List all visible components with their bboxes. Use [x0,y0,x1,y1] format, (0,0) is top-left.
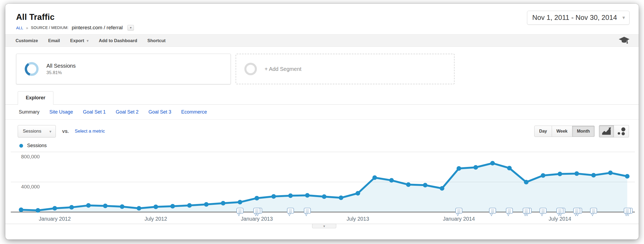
data-point[interactable] [120,204,125,209]
data-point[interactable] [187,203,192,208]
subnav-goal-set-2[interactable]: Goal Set 2 [116,109,138,115]
subnav-summary[interactable]: Summary [19,109,39,115]
data-point[interactable] [153,205,158,209]
chevron-down-icon: ▾ [87,39,89,43]
x-tick-label: January 2013 [241,216,273,222]
subnav-goal-set-1[interactable]: Goal Set 1 [83,109,106,115]
granularity-week-button[interactable]: Week [552,126,573,137]
report-tabs-row: Explorer [5,91,639,105]
metric-selector[interactable]: Sessions ▾ [18,125,56,137]
line-chart-view-button[interactable] [599,125,614,137]
data-point[interactable] [137,206,141,211]
email-button[interactable]: Email [43,38,65,43]
data-point[interactable] [524,180,528,184]
data-point[interactable] [254,196,259,201]
annotation-marker-tail [591,213,594,216]
annotation-marker-tail [257,213,259,216]
data-point[interactable] [322,194,326,199]
data-point[interactable] [558,172,562,176]
subnav-site-usage[interactable]: Site Usage [49,109,73,115]
chevron-down-icon: ▾ [49,129,52,133]
annotation-marker-tail [541,213,543,216]
shortcut-button[interactable]: Shortcut [142,38,171,43]
data-point[interactable] [204,202,208,207]
data-point[interactable] [36,208,40,213]
legend-label: Sessions [27,143,47,148]
add-to-dashboard-button[interactable]: Add to Dashboard [94,38,142,43]
subnav-ecommerce[interactable]: Ecommerce [181,109,207,115]
data-point[interactable] [406,182,411,187]
data-point[interactable] [221,201,225,205]
chevron-down-icon: ▾ [622,15,625,20]
data-point[interactable] [170,204,175,209]
annotation-marker-tail [575,213,577,216]
data-point[interactable] [507,166,512,170]
granularity-month-button[interactable]: Month [572,126,595,137]
data-point[interactable] [591,173,596,177]
annotation-marker-tail [625,213,627,216]
data-point[interactable] [372,175,377,180]
vs-label: vs. [62,129,69,134]
segment-name: All Sessions [46,63,76,69]
breadcrumb-dimension-value: pinterest.com / referral [72,25,123,31]
data-point[interactable] [19,207,23,212]
customize-button[interactable]: Customize [14,38,43,43]
data-point[interactable] [541,173,545,178]
x-tick-label: July 2013 [346,216,369,222]
data-point[interactable] [473,165,478,170]
chart-type-buttons [599,125,629,137]
data-point[interactable] [456,166,461,171]
segment-all-sessions[interactable]: All Sessions 35.81% [16,54,231,84]
empty-ring-icon [244,62,258,76]
data-point[interactable] [271,194,276,199]
data-point[interactable] [356,191,360,196]
chevron-down-icon: ▾ [130,26,131,29]
data-point[interactable] [69,205,74,210]
annotation-marker-tail [560,213,562,216]
x-tick-label: January 2012 [39,216,71,222]
data-point[interactable] [490,161,495,166]
annotation-marker-tail [526,213,528,216]
graduation-cap-icon [618,36,630,45]
data-point[interactable] [389,178,394,183]
add-segment-button[interactable]: + Add Segment [236,54,455,84]
data-point[interactable] [103,204,108,208]
sessions-area [21,163,627,212]
breadcrumb-all-link[interactable]: ALL [16,26,23,30]
report-toolbar: Customize Email Export ▾ Add to Dashboar… [5,34,639,47]
data-point[interactable] [339,195,343,200]
segments-bar: All Sessions 35.81% + Add Segment [5,47,639,90]
granularity-day-button[interactable]: Day [534,126,552,137]
date-range-selector[interactable]: Nov 1, 2011 - Nov 30, 2014 ▾ [527,11,630,25]
annotation-marker-tail [558,213,560,216]
motion-chart-view-button[interactable] [614,125,629,137]
annotation-marker-tail [255,213,257,216]
data-point[interactable] [608,170,613,175]
motion-chart-icon [617,127,626,136]
annotation-marker-tail [507,213,509,216]
data-point[interactable] [53,206,57,211]
data-point[interactable] [423,183,427,187]
tab-explorer[interactable]: Explorer [18,91,53,105]
data-point[interactable] [288,193,293,198]
annotation-marker-tail [457,213,459,216]
y-tick-label: 400,000 [21,184,40,190]
data-point[interactable] [625,174,630,179]
data-point[interactable] [575,171,579,176]
annotation-marker-tail [238,213,240,216]
breadcrumb-dropdown-button[interactable]: ▾ [127,25,134,31]
chart-legend: Sessions [5,139,639,149]
subnav-goal-set-3[interactable]: Goal Set 3 [148,109,171,115]
data-point[interactable] [238,200,242,205]
data-point[interactable] [305,193,310,198]
export-menu-button[interactable]: Export ▾ [65,38,94,43]
breadcrumb-dimension-label: SOURCE / MEDIUM: [31,26,68,30]
add-segment-label: + Add Segment [265,66,301,72]
date-range-text: Nov 1, 2011 - Nov 30, 2014 [532,13,617,22]
intelligence-events-button[interactable] [618,36,630,45]
report-header: All Traffic Nov 1, 2011 - Nov 30, 2014 ▾ [5,10,639,22]
data-point[interactable] [440,186,444,191]
select-metric-link[interactable]: Select a metric [75,129,105,134]
x-tick-label: July 2014 [548,216,571,222]
data-point[interactable] [86,203,91,208]
